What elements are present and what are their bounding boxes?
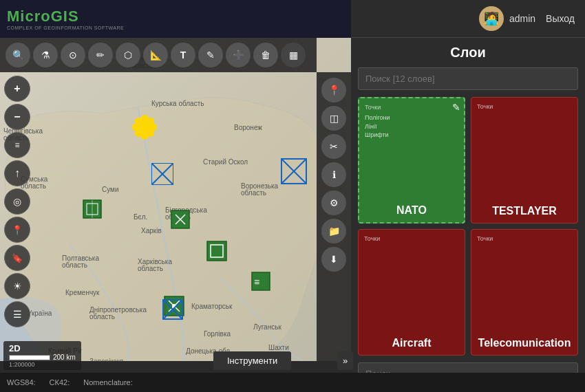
svg-rect-21	[207, 241, 226, 261]
logo-gis: GIS	[51, 8, 79, 25]
layer-type-telecom: Точки	[477, 235, 572, 242]
layer-name-nato: NATO	[359, 204, 464, 217]
side-toolbar: 📍 ◫ ✂ ℹ ⚙ 📁 ⬇	[317, 72, 351, 361]
map-symbol-friendly2[interactable]	[171, 210, 190, 229]
edit-tool[interactable]: ✎	[198, 43, 223, 67]
add-tool[interactable]: ➕	[226, 43, 251, 67]
scale-distance: 200 km	[53, 353, 76, 361]
svg-point-7	[135, 130, 142, 137]
left-toolbar: + − ≡ ↑ ◎ 📍 🔖 ☀ ☰	[0, 72, 34, 334]
map-label-kharkivoblast2: область	[138, 265, 163, 272]
pin-tool[interactable]: 📍	[321, 78, 346, 102]
polygon-tool[interactable]: ⬡	[116, 43, 140, 67]
map-label-sumy: Суми	[102, 186, 119, 193]
map-label-zaporizhzhia: Запоріжжя	[89, 358, 123, 361]
map-symbol-friendly4[interactable]: ≡	[251, 272, 270, 291]
settings-tool[interactable]: ⚙	[321, 190, 346, 215]
layers-grid: Точки ПолігониЛініїШрифти ✎ NATO Точки T…	[358, 97, 578, 356]
map-symbol-flower[interactable]	[131, 113, 158, 141]
map-background: Брянська область Курська область Воронеж…	[0, 38, 351, 361]
layer-name-aircraft: Aircraft	[359, 337, 465, 349]
zoom-in-tool[interactable]: 🔍	[6, 43, 30, 67]
layer-card-nato[interactable]: Точки ПолігониЛініїШрифти ✎ NATO	[358, 97, 465, 224]
username: admin	[509, 13, 535, 24]
logout-button[interactable]: Выход	[546, 13, 575, 24]
layer-card-testlayer[interactable]: Точки TESTLAYER	[471, 97, 578, 224]
map-label-kursk: Курська область	[151, 100, 204, 107]
map-label-belgorodcity: Бєл.	[134, 213, 147, 221]
text-tool[interactable]: T	[171, 43, 195, 67]
avatar: 🧑‍💻	[479, 6, 504, 31]
info-tool[interactable]: ℹ	[321, 162, 346, 187]
layer-card-telecom[interactable]: Точки Telecomunication	[471, 229, 578, 356]
layer-card-aircraft[interactable]: Точки Aircraft	[358, 229, 465, 356]
map-label-dnipro2: область	[89, 313, 115, 320]
search-layers-input[interactable]	[358, 67, 578, 90]
svg-text:≡: ≡	[254, 276, 259, 287]
map-label-kharkiv: Харків	[141, 227, 162, 235]
header-left: MicroGIS COMPLEX OF GEOINFORMATION SOFTW…	[0, 0, 351, 38]
folder-tool[interactable]: 📁	[321, 219, 346, 243]
panel-title: Слои	[358, 45, 578, 61]
layers-tool[interactable]: ◫	[321, 106, 346, 131]
select-tool[interactable]: ⊙	[61, 43, 85, 67]
scale-graphic	[9, 355, 50, 360]
layer-type-nato: Точки	[365, 104, 458, 111]
svg-point-5	[135, 118, 142, 124]
compass-left[interactable]: ◎	[4, 188, 30, 215]
bottom-bar: WGS84: СК42: Nomenclature:	[0, 373, 585, 392]
nomenclature-label: Nomenclature:	[83, 378, 133, 386]
bookmark-left[interactable]: 🔖	[4, 245, 30, 271]
layer-edit-nato[interactable]: ✎	[452, 102, 460, 113]
map-label-poltava: Полтавська	[62, 254, 99, 262]
zoom-out-left[interactable]: −	[4, 104, 30, 130]
logo: MicroGIS COMPLEX OF GEOINFORMATION SOFTW…	[7, 8, 124, 30]
filter-tool[interactable]: ⚗	[33, 43, 58, 67]
map-label-staryoskol: Старий Оскол	[203, 158, 248, 166]
measure-tool[interactable]: 📐	[143, 43, 168, 67]
scale-mode: 2D	[9, 343, 76, 353]
map-label-voronezhoblast: Воронезька	[241, 182, 278, 190]
layer-type-aircraft: Точки	[364, 235, 459, 242]
layer-name-telecom: Telecomunication	[471, 337, 577, 349]
map-symbol-hostile1[interactable]	[151, 163, 173, 185]
map-container[interactable]: Брянська область Курська область Воронеж…	[0, 38, 351, 361]
sun-left[interactable]: ☀	[4, 273, 30, 299]
user-info: 🧑‍💻 admin	[479, 6, 535, 31]
map-label-voronezhoblast2: область	[241, 189, 266, 197]
main-toolbar: 🔍 ⚗ ⊙ ✏ ⬡ 📐 T ✎ ➕ 🗑 ▦	[0, 38, 317, 72]
layer-name-testlayer: TESTLAYER	[471, 205, 577, 217]
logo-prefix: Micro	[7, 8, 51, 25]
map-label-kramatorsk: Краматорськ	[191, 303, 232, 310]
instruments-button[interactable]: Інструменти	[213, 351, 291, 370]
download-tool[interactable]: ⬇	[321, 247, 346, 272]
scissors-tool[interactable]: ✂	[321, 134, 346, 159]
map-symbol-friendly3[interactable]	[206, 241, 227, 261]
map-symbol-hostile2[interactable]	[281, 158, 307, 184]
map-label-voronezh: Воронеж	[234, 124, 262, 131]
map-label-poltava2: область	[62, 261, 87, 269]
line-tool[interactable]: ✏	[88, 43, 113, 67]
layer-list-left[interactable]: ≡	[4, 132, 30, 158]
north-arrow-left[interactable]: ↑	[4, 160, 30, 186]
ck42-label: СК42:	[50, 378, 70, 386]
delete-tool[interactable]: 🗑	[253, 43, 278, 67]
svg-point-8	[147, 130, 154, 137]
map-tool[interactable]: ▦	[281, 43, 306, 67]
wgs84-label: WGS84:	[7, 378, 36, 386]
map-label-kremenchuk: Кременчук	[65, 289, 100, 296]
map-label-horlivka: Горлівка	[204, 330, 231, 338]
logo-text: MicroGIS	[7, 8, 124, 25]
location-left[interactable]: 📍	[4, 217, 30, 243]
map-symbol-hostile3[interactable]	[162, 299, 183, 320]
right-header: 🧑‍💻 admin Выход	[351, 0, 585, 38]
map-symbol-friendly1[interactable]	[83, 199, 102, 219]
map-label-shakhty: Шахти	[268, 344, 289, 351]
scale-ratio: 1:200000	[9, 361, 76, 368]
map-label-kharkivoblast: Харківська	[138, 258, 172, 265]
layer-subtypes-nato: ПолігониЛініїШрифти	[365, 113, 458, 140]
zoom-in-left[interactable]: +	[4, 76, 30, 102]
map-label-dnipro: Дніпропетровська	[89, 306, 147, 314]
list-left[interactable]: ☰	[4, 301, 30, 327]
expand-button[interactable]: »	[337, 351, 353, 370]
